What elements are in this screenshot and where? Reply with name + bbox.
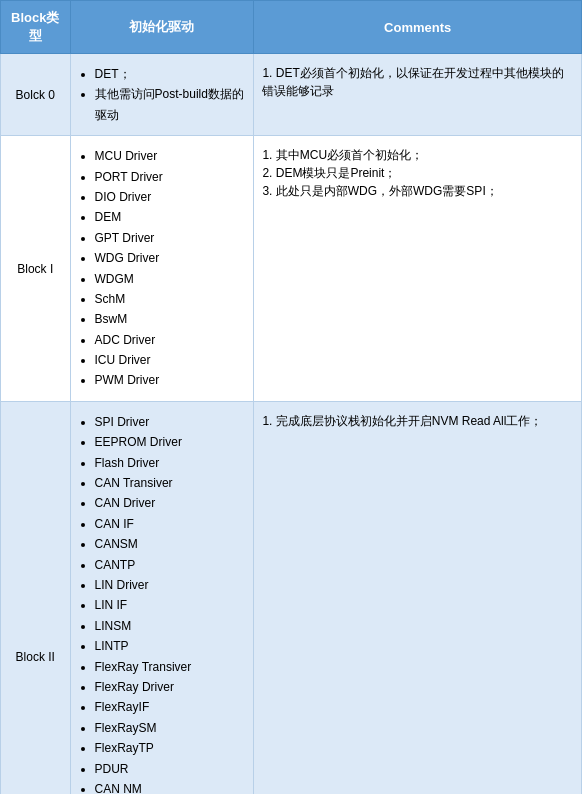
init-table: Block类型 初始化驱动 Comments Bolck 0DET；其他需访问P… [0, 0, 582, 794]
table-row: Block IMCU DriverPORT DriverDIO DriverDE… [1, 136, 582, 402]
comments-cell: 1. 完成底层协议栈初始化并开启NVM Read All工作； [254, 401, 582, 794]
block-name-cell: Bolck 0 [1, 54, 71, 136]
comments-cell: 1. DET必须首个初始化，以保证在开发过程中其他模块的错误能够记录 [254, 54, 582, 136]
list-item: CAN Driver [95, 493, 246, 513]
drivers-cell: MCU DriverPORT DriverDIO DriverDEMGPT Dr… [70, 136, 254, 402]
list-item: CAN IF [95, 514, 246, 534]
block-name-cell: Block II [1, 401, 71, 794]
header-block-type: Block类型 [1, 1, 71, 54]
comment-text: 1. DET必须首个初始化，以保证在开发过程中其他模块的错误能够记录 [262, 64, 573, 100]
list-item: MCU Driver [95, 146, 246, 166]
comment-text: 1. 完成底层协议栈初始化并开启NVM Read All工作； [262, 412, 573, 430]
block-name-cell: Block I [1, 136, 71, 402]
list-item: ICU Driver [95, 350, 246, 370]
drivers-cell: SPI DriverEEPROM DriverFlash DriverCAN T… [70, 401, 254, 794]
list-item: LINSM [95, 616, 246, 636]
list-item: DEM [95, 207, 246, 227]
header-init-driver: 初始化驱动 [70, 1, 254, 54]
list-item: Flash Driver [95, 453, 246, 473]
list-item: LIN Driver [95, 575, 246, 595]
list-item: PORT Driver [95, 167, 246, 187]
list-item: BswM [95, 309, 246, 329]
list-item: WDG Driver [95, 248, 246, 268]
list-item: LINTP [95, 636, 246, 656]
list-item: CANTP [95, 555, 246, 575]
list-item: FlexRayTP [95, 738, 246, 758]
list-item: SPI Driver [95, 412, 246, 432]
list-item: CAN Transiver [95, 473, 246, 493]
list-item: 其他需访问Post-build数据的驱动 [95, 84, 246, 125]
list-item: WDGM [95, 269, 246, 289]
list-item: CAN NM [95, 779, 246, 794]
list-item: SchM [95, 289, 246, 309]
list-item: FlexRay Driver [95, 677, 246, 697]
list-item: PDUR [95, 759, 246, 779]
list-item: GPT Driver [95, 228, 246, 248]
table-row: Block IISPI DriverEEPROM DriverFlash Dri… [1, 401, 582, 794]
list-item: CANSM [95, 534, 246, 554]
list-item: EEPROM Driver [95, 432, 246, 452]
list-item: FlexRay Transiver [95, 657, 246, 677]
list-item: ADC Driver [95, 330, 246, 350]
list-item: DET； [95, 64, 246, 84]
list-item: FlexRayIF [95, 697, 246, 717]
list-item: LIN IF [95, 595, 246, 615]
table-row: Bolck 0DET；其他需访问Post-build数据的驱动1. DET必须首… [1, 54, 582, 136]
comment-text: 1. 其中MCU必须首个初始化； 2. DEM模块只是Preinit； 3. 此… [262, 146, 573, 200]
comments-cell: 1. 其中MCU必须首个初始化； 2. DEM模块只是Preinit； 3. 此… [254, 136, 582, 402]
header-comments: Comments [254, 1, 582, 54]
drivers-cell: DET；其他需访问Post-build数据的驱动 [70, 54, 254, 136]
list-item: PWM Driver [95, 370, 246, 390]
list-item: DIO Driver [95, 187, 246, 207]
list-item: FlexRaySM [95, 718, 246, 738]
